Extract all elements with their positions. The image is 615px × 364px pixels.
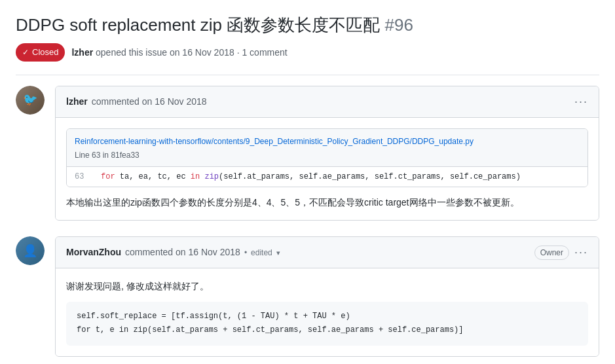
commenter-name-1[interactable]: lzher	[66, 95, 88, 109]
issue-meta-text: lzher opened this issue on 16 Nov 2018 ·…	[71, 46, 287, 60]
more-options-icon-1[interactable]: ···	[574, 93, 588, 111]
code-line-number: 63	[75, 171, 101, 183]
owner-badge: Owner	[534, 246, 569, 260]
page-container: DDPG soft replacement zip 函数参数长度不匹配 #96 …	[0, 0, 615, 364]
status-badge: ✓ Closed	[16, 43, 65, 62]
comment-header-left-1: lzher commented on 16 Nov 2018	[66, 95, 207, 109]
code-ref-commit: Line 63 in 81fea33	[75, 149, 580, 161]
comment-body-1: Reinforcement-learning-with-tensorflow/c…	[56, 118, 599, 220]
code-ref-header: Reinforcement-learning-with-tensorflow/c…	[67, 129, 587, 167]
comment-2: 👤 MorvanZhou commented on 16 Nov 2018 • …	[16, 236, 599, 357]
avatar-lzher: 🐦	[16, 86, 45, 115]
avatar-image-morvan: 👤	[16, 236, 45, 265]
code-line-2: for t, e in zip(self.at_params + self.ct…	[77, 323, 578, 338]
comment-timestamp-1: commented on 16 Nov 2018	[92, 95, 207, 109]
avatar-image-lzher: 🐦	[16, 86, 45, 115]
comment-header-1: lzher commented on 16 Nov 2018 ···	[56, 86, 599, 118]
edited-label: edited	[251, 247, 272, 259]
comment-box-1: lzher commented on 16 Nov 2018 ··· Reinf…	[55, 86, 599, 221]
code-reference-box: Reinforcement-learning-with-tensorflow/c…	[66, 128, 588, 187]
comment-box-2: MorvanZhou commented on 16 Nov 2018 • ed…	[55, 236, 599, 357]
comment-text-1: 本地输出这里的zip函数四个参数的长度分别是4、4、5、5，不匹配会导致crit…	[66, 195, 588, 209]
comment-header-right-1: ···	[574, 93, 588, 111]
status-label: Closed	[32, 46, 58, 59]
comment-body-2: 谢谢发现问题, 修改成这样就好了。 self.soft_replace = [t…	[56, 268, 599, 356]
code-ref-line: 63 for ta, ea, tc, ec in zip(self.at_par…	[67, 167, 587, 187]
author-link[interactable]: lzher	[71, 47, 93, 58]
code-ref-link[interactable]: Reinforcement-learning-with-tensorflow/c…	[75, 137, 474, 146]
comment-text-2: 谢谢发现问题, 修改成这样就好了。	[66, 279, 588, 293]
code-block-2: self.soft_replace = [tf.assign(t, (1 - T…	[66, 302, 588, 346]
comment-1: 🐦 lzher commented on 16 Nov 2018 ··· Rei…	[16, 86, 599, 221]
closed-icon: ✓	[22, 46, 29, 58]
divider-1	[16, 75, 599, 75]
code-line-1: self.soft_replace = [tf.assign(t, (1 - T…	[77, 310, 578, 324]
issue-title-text: DDPG soft replacement zip 函数参数长度不匹配	[16, 15, 380, 35]
comment-header-left-2: MorvanZhou commented on 16 Nov 2018 • ed…	[66, 246, 280, 259]
issue-number: #96	[384, 15, 413, 35]
comment-header-right-2: Owner ···	[534, 244, 588, 261]
commenter-name-2[interactable]: MorvanZhou	[66, 246, 121, 259]
more-options-icon-2[interactable]: ···	[574, 244, 588, 261]
code-line-content: for ta, ea, tc, ec in zip(self.at_params…	[101, 171, 521, 183]
avatar-morvan: 👤	[16, 236, 45, 265]
issue-title: DDPG soft replacement zip 函数参数长度不匹配 #96	[16, 13, 599, 37]
comment-header-2: MorvanZhou commented on 16 Nov 2018 • ed…	[56, 237, 599, 268]
issue-meta: ✓ Closed lzher opened this issue on 16 N…	[16, 43, 599, 62]
comment-timestamp-2: commented on 16 Nov 2018	[125, 246, 240, 259]
edited-dropdown[interactable]: ▾	[276, 247, 280, 259]
